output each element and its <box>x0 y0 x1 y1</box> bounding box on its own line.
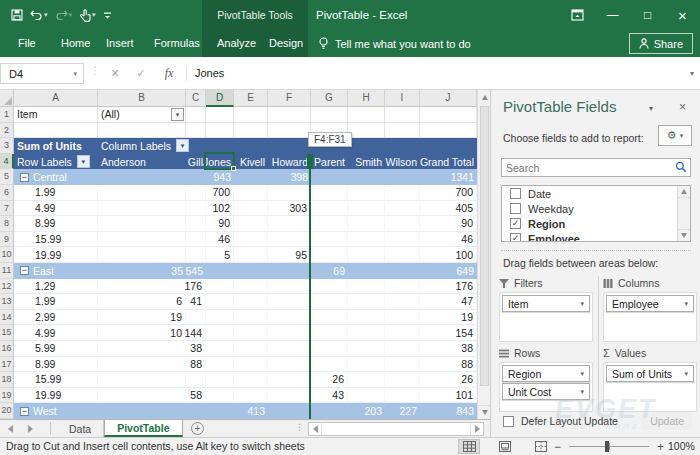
cell-C15[interactable]: 144 <box>186 325 206 341</box>
ribbon-tab-home[interactable]: Home <box>57 30 94 57</box>
cell-J19[interactable]: 101 <box>420 388 477 404</box>
ribbon-display-options-button[interactable] <box>560 0 595 30</box>
cell-A1[interactable]: Item <box>14 107 98 123</box>
vertical-scrollbar[interactable] <box>477 90 490 419</box>
columns-area-box[interactable]: Employee▾ <box>603 292 697 342</box>
row-header-5[interactable]: 5 <box>0 169 14 185</box>
cell-C9[interactable] <box>186 232 206 248</box>
column-header-I[interactable]: I <box>385 90 420 107</box>
cell-F4[interactable]: Howard <box>268 154 311 170</box>
cell-B5[interactable] <box>98 169 186 185</box>
zoom-slider-track[interactable] <box>569 446 649 447</box>
cell-H12[interactable] <box>348 279 385 295</box>
cell-B12[interactable] <box>98 279 186 295</box>
cell-D9[interactable]: 46 <box>206 232 234 248</box>
cell-D5[interactable]: 943 <box>206 169 234 185</box>
cell-C10[interactable] <box>186 247 206 263</box>
cell-I19[interactable] <box>385 388 420 404</box>
cell-J12[interactable]: 176 <box>420 279 477 295</box>
cell-A7[interactable]: 4.99 <box>14 201 98 217</box>
ribbon-tab-formulas[interactable]: Formulas <box>150 30 204 57</box>
cell-D16[interactable] <box>206 341 234 357</box>
cell-A12[interactable]: 1.29 <box>14 279 98 295</box>
cell-E5[interactable] <box>234 169 268 185</box>
cell-I20[interactable]: 227 <box>385 403 420 419</box>
select-all-button[interactable] <box>0 90 14 107</box>
cell-F1[interactable] <box>268 107 311 123</box>
cell-F9[interactable] <box>268 232 311 248</box>
cell-B3[interactable]: Column Labels▾ <box>98 138 186 154</box>
cell-F10[interactable]: 95 <box>268 247 311 263</box>
column-header-C[interactable]: C <box>186 90 206 107</box>
cell-E4[interactable]: Kivell <box>234 154 268 170</box>
cell-B2[interactable] <box>98 123 186 139</box>
cell-I7[interactable] <box>385 201 420 217</box>
scroll-down-button[interactable] <box>678 229 690 241</box>
cell-A3[interactable]: Sum of Units <box>14 138 98 154</box>
save-button[interactable] <box>8 4 26 26</box>
customize-qat-button[interactable] <box>100 4 115 26</box>
cell-C12[interactable]: 176 <box>186 279 206 295</box>
field-checkbox[interactable] <box>510 203 521 214</box>
normal-view-button[interactable] <box>458 439 480 454</box>
maximize-button[interactable]: □ <box>630 0 665 30</box>
cell-I9[interactable] <box>385 232 420 248</box>
zoom-out-button[interactable]: − <box>550 440 565 454</box>
row-header-4[interactable]: 4 <box>0 154 14 170</box>
cell-J18[interactable]: 26 <box>420 372 477 388</box>
cell-G2[interactable] <box>311 123 348 139</box>
field-item-weekday[interactable]: Weekday <box>502 201 690 216</box>
cell-C6[interactable] <box>186 185 206 201</box>
cell-C11[interactable]: 545 <box>186 263 206 279</box>
cell-E17[interactable] <box>234 357 268 373</box>
cell-B11[interactable]: 35 <box>98 263 186 279</box>
cell-J11[interactable]: 649 <box>420 263 477 279</box>
cell-I6[interactable] <box>385 185 420 201</box>
cell-B1[interactable]: (All)▾ <box>98 107 186 123</box>
cell-G14[interactable] <box>311 310 348 326</box>
cell-A8[interactable]: 8.99 <box>14 216 98 232</box>
pane-close-button[interactable]: × <box>679 100 686 114</box>
row-header-13[interactable]: 13 <box>0 294 14 310</box>
column-header-A[interactable]: A <box>14 90 98 107</box>
cell-G1[interactable] <box>311 107 348 123</box>
formula-bar-expand-icon[interactable]: ▾ <box>690 69 694 78</box>
cell-A9[interactable]: 15.99 <box>14 232 98 248</box>
cell-C2[interactable] <box>186 123 206 139</box>
cell-G7[interactable] <box>311 201 348 217</box>
cell-F7[interactable]: 303 <box>268 201 311 217</box>
row-header-16[interactable]: 16 <box>0 341 14 357</box>
cell-I2[interactable] <box>385 123 420 139</box>
horizontal-scrollbar[interactable] <box>308 422 484 436</box>
cell-G16[interactable] <box>311 341 348 357</box>
tab-scroll-splitter[interactable]: ⋮ <box>295 422 304 432</box>
cell-D7[interactable]: 102 <box>206 201 234 217</box>
cell-I10[interactable] <box>385 247 420 263</box>
cell-G15[interactable] <box>311 325 348 341</box>
name-box[interactable]: D4 ▾ <box>0 63 84 84</box>
row-header-8[interactable]: 8 <box>0 216 14 232</box>
cell-G8[interactable] <box>311 216 348 232</box>
cell-H17[interactable] <box>348 357 385 373</box>
row-header-11[interactable]: 11 <box>0 263 14 279</box>
cell-B19[interactable] <box>98 388 186 404</box>
zoom-percentage[interactable]: 100% <box>668 440 695 452</box>
cell-I3[interactable] <box>385 138 420 154</box>
row-header-20[interactable]: 20 <box>0 403 14 419</box>
column-header-E[interactable]: E <box>234 90 268 107</box>
cell-I14[interactable] <box>385 310 420 326</box>
redo-button[interactable]: ▾ <box>52 4 76 26</box>
cell-G19[interactable]: 43 <box>311 388 348 404</box>
column-header-D[interactable]: D <box>206 90 234 107</box>
cell-F11[interactable] <box>268 263 311 279</box>
ribbon-tab-design[interactable]: Design <box>265 30 307 57</box>
zoom-in-button[interactable]: + <box>653 440 668 454</box>
cell-B7[interactable] <box>98 201 186 217</box>
cell-B18[interactable] <box>98 372 186 388</box>
cell-C1[interactable] <box>186 107 206 123</box>
cell-A15[interactable]: 4.99 <box>14 325 98 341</box>
field-chip-region[interactable]: Region▾ <box>502 365 590 382</box>
cell-C18[interactable] <box>186 372 206 388</box>
cell-I4[interactable]: Wilson <box>385 154 420 170</box>
column-header-H[interactable]: H <box>348 90 385 107</box>
